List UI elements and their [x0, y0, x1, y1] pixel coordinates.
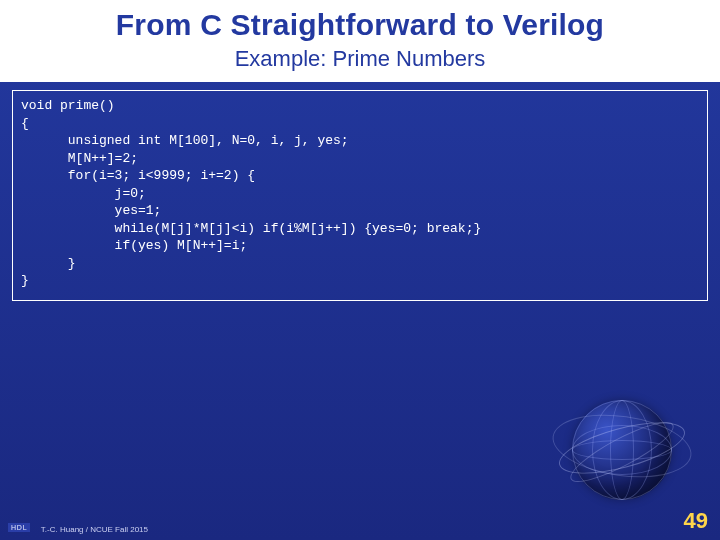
footer-credit: T.-C. Huang / NCUE Fall 2015 — [41, 525, 148, 534]
footer-box: HDL — [8, 523, 30, 532]
code-block: void prime() { unsigned int M[100], N=0,… — [12, 90, 708, 301]
slide-subtitle: Example: Prime Numbers — [0, 42, 720, 82]
slide-title: From C Straightforward to Verilog — [0, 0, 720, 42]
globe-icon — [552, 380, 692, 520]
footer-left: HDL T.-C. Huang / NCUE Fall 2015 — [8, 516, 148, 534]
page-number: 49 — [684, 508, 708, 534]
footer: HDL T.-C. Huang / NCUE Fall 2015 49 — [8, 508, 708, 534]
